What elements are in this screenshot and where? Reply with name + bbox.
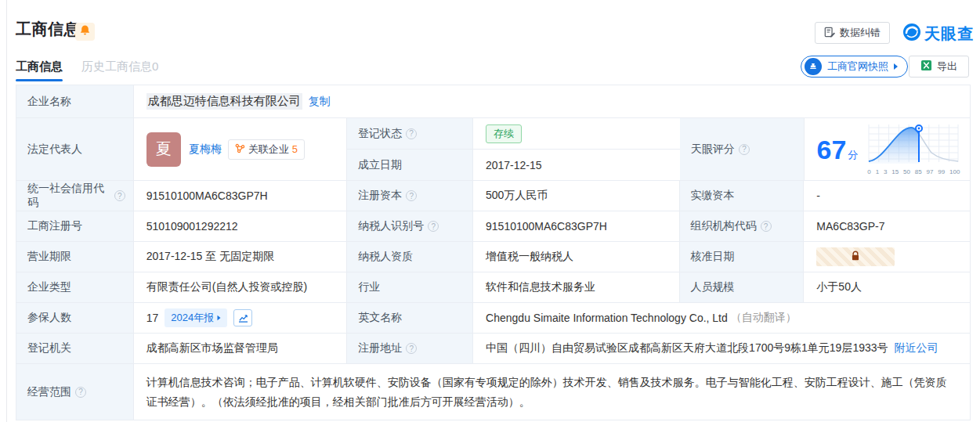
tyc-score-unit: 分 — [848, 148, 858, 162]
reg-capital-value: 500万人民币 — [473, 181, 680, 211]
export-label: 导出 — [937, 60, 957, 74]
nearby-companies-link[interactable]: 附近公司 — [895, 341, 938, 355]
help-icon[interactable]: ? — [75, 387, 86, 398]
company-type-label: 企业类型 — [16, 272, 134, 303]
score-distribution-chart[interactable]: 0131550859799100 — [867, 123, 960, 175]
establish-date-value: 2017-12-15 — [473, 150, 680, 181]
help-icon[interactable]: ? — [114, 190, 125, 201]
insured-count-label: 参保人数 — [16, 303, 134, 334]
page-edge-divider — [6, 0, 7, 422]
help-icon[interactable]: ? — [761, 221, 772, 232]
related-companies-label: 关联企业 — [248, 142, 289, 157]
tab-bar: 工商信息 历史工商信息0 — [16, 60, 158, 81]
trend-chart-button[interactable] — [233, 309, 252, 326]
business-scope-cell: 计算机信息技术咨询；电子产品、计算机软硬件、安防设备（国家有专项规定的除外）技术… — [134, 364, 970, 420]
reg-status-cell: 存续 — [473, 118, 680, 150]
help-icon[interactable]: ? — [406, 128, 417, 139]
help-icon[interactable]: ? — [406, 343, 417, 354]
tab-business-info[interactable]: 工商信息 — [16, 60, 63, 81]
reg-status-label: 登记状态 ? — [347, 118, 473, 150]
reg-status-label-text: 登记状态 — [358, 127, 402, 141]
credit-code-label: 统一社会信用代码 ? — [16, 181, 134, 211]
industry-value: 软件和信息技术服务业 — [473, 272, 680, 303]
tianyancha-logo[interactable]: 天眼查 — [902, 23, 974, 45]
tianyancha-logo-text: 天眼查 — [924, 23, 974, 45]
org-code-value: MA6C83GP-7 — [804, 211, 970, 242]
lock-icon — [851, 251, 860, 263]
help-icon[interactable]: ? — [739, 144, 750, 155]
bell-icon — [80, 25, 90, 39]
tyc-score-label: 天眼评分 ? — [680, 118, 805, 181]
stamp-icon — [805, 58, 822, 75]
business-term-label: 营业期限 — [16, 242, 134, 272]
reg-authority-label: 登记机关 — [16, 334, 134, 364]
taxpayer-id-label-text: 纳税人识别号 — [358, 219, 424, 233]
credit-code-value: 91510100MA6C83GP7H — [134, 181, 348, 211]
help-icon[interactable]: ? — [406, 190, 417, 201]
paid-capital-label: 实缴资本 — [680, 181, 805, 211]
legal-rep-name-link[interactable]: 夏梅梅 — [189, 142, 222, 157]
tianyancha-logo-icon — [902, 23, 921, 45]
tyc-score-cell[interactable]: 67 分 — [805, 118, 970, 181]
english-name-value: Chengdu Simaite Information Technology C… — [486, 312, 728, 324]
excel-icon — [920, 60, 932, 74]
taxpayer-quality-value: 增值税一般纳税人 — [473, 242, 680, 272]
legal-rep-avatar[interactable]: 夏 — [146, 132, 181, 167]
insured-count-value: 17 — [146, 312, 159, 324]
annual-report-label: 2024年报 — [171, 311, 214, 325]
data-correction-button[interactable]: 数据纠错 — [815, 22, 890, 44]
chevron-right-icon — [894, 63, 898, 70]
subscribe-bell-button[interactable] — [75, 23, 95, 41]
staff-size-label: 人员规模 — [680, 272, 805, 303]
business-scope-label: 经营范围 ? — [16, 364, 134, 420]
copy-company-name-link[interactable]: 复制 — [309, 95, 331, 109]
score-chart-axis: 0131550859799100 — [867, 168, 960, 175]
reg-capital-label: 注册资本 ? — [347, 181, 473, 211]
page-title: 工商信息 — [16, 19, 80, 40]
english-name-cell: Chengdu Simaite Information Technology C… — [473, 303, 970, 334]
business-scope-label-text: 经营范围 — [27, 385, 71, 399]
insured-count-cell: 17 2024年报 — [134, 303, 348, 334]
staff-size-value: 小于50人 — [804, 272, 970, 303]
establish-date-label: 成立日期 — [347, 150, 473, 181]
business-info-table: 企业名称 成都思迈特信息科技有限公司 复制 法定代表人 夏 夏梅梅 关联企业 5 — [16, 85, 971, 420]
reg-number-label: 工商注册号 — [16, 211, 134, 242]
company-type-value: 有限责任公司(自然人投资或控股) — [134, 272, 348, 303]
data-correction-icon — [824, 27, 835, 40]
reg-number-value: 510109001292212 — [134, 211, 348, 242]
tyc-score-label-text: 天眼评分 — [691, 142, 735, 157]
status-badge: 存续 — [486, 124, 522, 143]
business-term-value: 2017-12-15 至 无固定期限 — [134, 242, 348, 272]
business-scope-value: 计算机信息技术咨询；电子产品、计算机软硬件、安防设备（国家有专项规定的除外）技术… — [134, 363, 970, 420]
legal-rep-cell: 夏 夏梅梅 关联企业 5 — [134, 118, 347, 181]
business-info-page: 工商信息 数据纠错 天眼查 工商信息 历史工商信息0 工商官网快照 导出 — [0, 0, 980, 422]
taxpayer-id-label: 纳税人识别号 ? — [347, 211, 473, 242]
approval-date-cell — [804, 242, 970, 272]
related-companies-count: 5 — [292, 143, 298, 155]
reg-capital-label-text: 注册资本 — [358, 189, 402, 203]
reg-authority-value: 成都高新区市场监督管理局 — [134, 334, 348, 364]
english-name-label: 英文名称 — [347, 303, 473, 334]
help-icon[interactable]: ? — [428, 221, 439, 232]
credit-code-label-text: 统一社会信用代码 — [27, 182, 110, 210]
org-code-label: 组织机构代码 ? — [680, 211, 805, 242]
official-snapshot-label: 工商官网快照 — [827, 60, 888, 74]
company-name-value: 成都思迈特信息科技有限公司 — [146, 93, 302, 110]
locked-value-button[interactable] — [816, 247, 895, 266]
related-companies-badge[interactable]: 关联企业 5 — [228, 139, 305, 160]
auto-translate-note: （自动翻译） — [731, 311, 797, 325]
company-name-cell: 成都思迈特信息科技有限公司 复制 — [134, 85, 970, 118]
reg-address-cell: 中国（四川）自由贸易试验区成都高新区天府大道北段1700号9栋1单元19层193… — [473, 334, 970, 364]
annual-report-badge[interactable]: 2024年报 — [165, 308, 227, 327]
org-code-label-text: 组织机构代码 — [691, 219, 757, 233]
network-icon — [235, 143, 245, 156]
chevron-right-icon — [218, 316, 221, 320]
tab-history-business-info[interactable]: 历史工商信息0 — [81, 60, 158, 81]
legal-rep-label: 法定代表人 — [16, 118, 134, 181]
taxpayer-id-value: 91510100MA6C83GP7H — [473, 211, 680, 242]
official-snapshot-button[interactable]: 工商官网快照 — [801, 56, 908, 78]
approval-date-label: 核准日期 — [680, 242, 805, 272]
taxpayer-quality-label: 纳税人资质 — [347, 242, 473, 272]
export-button[interactable]: 导出 — [909, 56, 969, 78]
reg-address-label-text: 注册地址 — [358, 341, 402, 355]
